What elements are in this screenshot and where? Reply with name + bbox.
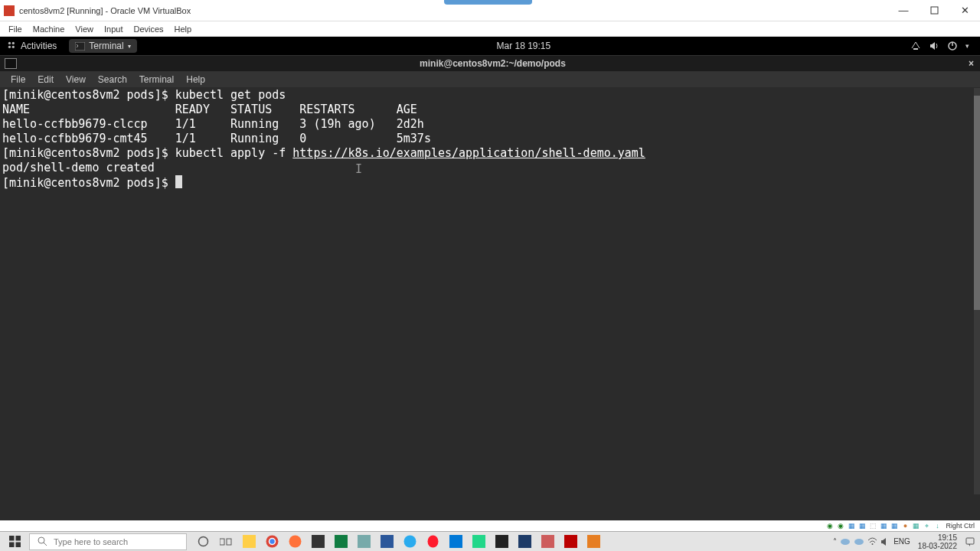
svg-point-20 — [289, 536, 301, 548]
tray-time: 19:15 — [918, 533, 957, 542]
command-url[interactable]: https://k8s.io/examples/application/shel… — [292, 146, 645, 160]
vscode-icon[interactable] — [444, 532, 467, 552]
window-close-button[interactable]: ✕ — [949, 0, 980, 21]
term-menu-view[interactable]: View — [60, 73, 92, 86]
gnome-active-app-label: Terminal — [89, 41, 123, 51]
virtualbox-icon — [4, 5, 15, 16]
terminal-surface[interactable]: [minik@centos8vm2 pods]$ kubectl get pod… — [0, 88, 980, 520]
terminal-menubar: File Edit View Search Terminal Help — [0, 72, 980, 88]
window-minimize-button[interactable]: — — [888, 0, 919, 21]
command-text: kubectl get pods — [175, 88, 286, 102]
output-header: NAME READY STATUS RESTARTS AGE — [2, 103, 417, 116]
app-icon[interactable] — [352, 532, 375, 552]
volume-icon[interactable] — [929, 41, 939, 51]
command-text: kubectl apply -f — [175, 146, 293, 160]
svg-rect-17 — [227, 539, 231, 545]
vbox-app-icon[interactable] — [513, 532, 536, 552]
term-menu-help[interactable]: Help — [180, 73, 211, 86]
svg-rect-16 — [220, 539, 224, 545]
svg-rect-11 — [9, 543, 15, 548]
svg-point-19 — [269, 539, 275, 545]
excel-icon[interactable] — [329, 532, 352, 552]
svg-rect-9 — [9, 536, 15, 541]
terminal-cursor — [175, 175, 182, 188]
table-row: hello-ccfbb9679-cmt45 1/1 Running 0 5m37… — [2, 132, 431, 145]
tray-chevron-icon[interactable]: ˄ — [833, 537, 837, 546]
filezilla-icon[interactable] — [559, 532, 582, 552]
vbox-host-key-label[interactable]: Right Ctrl — [943, 522, 977, 530]
svg-rect-12 — [15, 543, 21, 548]
terminal-close-button[interactable]: × — [962, 58, 980, 69]
tray-volume-icon[interactable] — [880, 537, 890, 546]
firefox-icon[interactable] — [283, 532, 306, 552]
svg-point-15 — [198, 537, 207, 546]
virtualbox-title-text: centos8vm2 [Running] - Oracle VM Virtual… — [19, 6, 888, 15]
window-maximize-button[interactable] — [919, 0, 949, 21]
gnome-active-app-button[interactable]: Terminal ▾ — [69, 39, 136, 53]
gnome-clock[interactable]: Mar 18 19:15 — [137, 41, 910, 51]
vbox-menu-view[interactable]: View — [70, 23, 99, 35]
vbox-cpu-icon[interactable]: ▦ — [911, 521, 920, 530]
terminal-app-icon[interactable] — [490, 532, 513, 552]
app-icon[interactable] — [536, 532, 559, 552]
tray-cloud-icon[interactable] — [854, 538, 864, 546]
tray-clock[interactable]: 19:15 18-03-2022 — [913, 533, 962, 550]
scrollbar-thumb[interactable] — [974, 96, 980, 310]
tray-date: 18-03-2022 — [918, 542, 957, 550]
svg-rect-0 — [931, 7, 938, 14]
svg-rect-6 — [913, 48, 918, 50]
vbox-hd-icon[interactable]: ◉ — [825, 521, 835, 530]
vbox-menu-machine[interactable]: Machine — [28, 23, 70, 35]
opera-icon[interactable] — [421, 532, 444, 552]
vbox-mouse-icon[interactable]: ⌖ — [922, 521, 931, 530]
term-menu-edit[interactable]: Edit — [31, 73, 60, 86]
app-icon[interactable] — [582, 532, 605, 552]
chevron-down-icon[interactable]: ▾ — [965, 42, 969, 50]
vbox-menu-input[interactable]: Input — [99, 23, 128, 35]
table-row: hello-ccfbb9679-clccp 1/1 Running 3 (19h… — [2, 117, 424, 131]
svg-point-25 — [872, 543, 874, 545]
power-icon[interactable] — [947, 41, 958, 51]
gnome-activities-button[interactable]: Activities — [0, 37, 64, 55]
telegram-icon[interactable] — [398, 532, 421, 552]
term-menu-terminal[interactable]: Terminal — [133, 73, 180, 86]
terminal-scrollbar[interactable] — [974, 88, 980, 494]
vbox-menu-help[interactable]: Help — [169, 23, 198, 35]
output-line: pod/shell-demo created — [2, 161, 155, 174]
file-explorer-icon[interactable] — [237, 532, 260, 552]
terminal-window-icon — [5, 58, 17, 69]
cmd-icon[interactable] — [306, 532, 329, 552]
svg-point-1 — [8, 41, 11, 44]
svg-point-13 — [38, 537, 44, 543]
chrome-icon[interactable] — [260, 532, 283, 552]
tray-lang-label[interactable]: ENG — [893, 537, 910, 546]
task-view-icon[interactable] — [214, 532, 237, 552]
tray-onedrive-icon[interactable] — [840, 538, 851, 546]
tray-wifi-icon[interactable] — [867, 537, 877, 546]
vbox-menu-devices[interactable]: Devices — [128, 23, 168, 35]
vbox-usb-icon[interactable]: ⬚ — [868, 521, 877, 530]
vbox-optical-icon[interactable]: ◉ — [836, 521, 845, 530]
terminal-window-titlebar: minik@centos8vm2:~/demo/pods × — [0, 55, 980, 72]
vbox-menu-file[interactable]: File — [3, 23, 28, 35]
svg-rect-5 — [75, 42, 85, 51]
virtualbox-statusbar: ◉ ◉ ▦ ▦ ⬚ ▦ ▦ ● ▦ ⌖ ↓ Right Ctrl — [0, 520, 980, 531]
pycharm-icon[interactable] — [467, 532, 490, 552]
windows-search-box[interactable]: Type here to search — [29, 533, 187, 550]
vbox-shared-icon[interactable]: ▦ — [879, 521, 888, 530]
tray-notifications-icon[interactable] — [965, 536, 975, 547]
network-icon[interactable] — [910, 41, 921, 51]
window-accent-strip — [444, 0, 532, 5]
term-menu-file[interactable]: File — [5, 73, 31, 86]
vbox-recording-icon[interactable]: ● — [900, 521, 910, 530]
vbox-audio-icon[interactable]: ▦ — [847, 521, 856, 530]
word-icon[interactable] — [375, 532, 398, 552]
vbox-display-icon[interactable]: ▦ — [890, 521, 899, 530]
vbox-keyboard-icon[interactable]: ↓ — [933, 521, 942, 530]
svg-point-3 — [8, 45, 11, 47]
cortana-icon[interactable] — [191, 532, 214, 552]
vbox-network-icon[interactable]: ▦ — [858, 521, 867, 530]
svg-point-24 — [854, 539, 864, 545]
windows-start-button[interactable] — [0, 532, 29, 551]
term-menu-search[interactable]: Search — [92, 73, 133, 86]
